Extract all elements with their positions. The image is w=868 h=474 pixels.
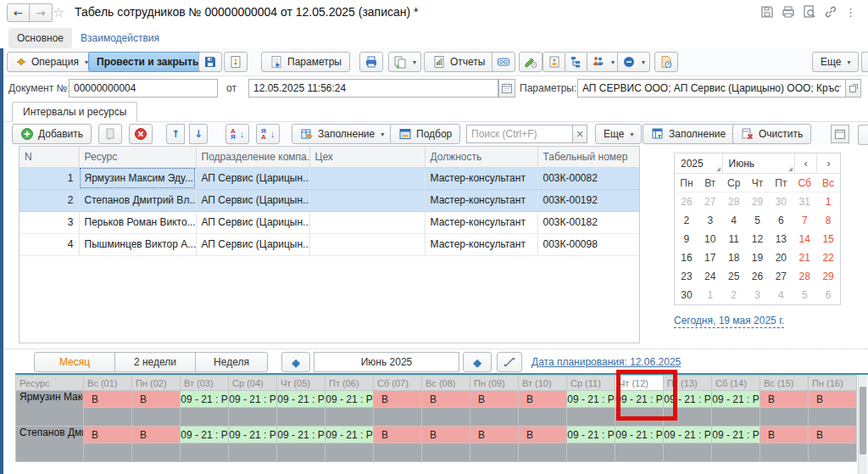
list-more-button[interactable]: Еще (595, 124, 642, 144)
calendar-day[interactable]: 7 (793, 211, 816, 230)
calendar-day[interactable]: 2 (675, 211, 698, 230)
calendar-day[interactable]: 6 (769, 211, 793, 230)
schedule-cell[interactable]: В (374, 391, 422, 408)
schedule-cell[interactable]: В (132, 391, 181, 408)
schedule-cell[interactable]: В (84, 391, 132, 408)
copy-button[interactable] (388, 52, 421, 72)
employee-cell[interactable]: 003К-00182 (537, 211, 640, 233)
preview-window-icon[interactable] (803, 5, 816, 19)
tab-intervals-resources[interactable]: Интервалы и ресурсы (12, 102, 137, 122)
add-row-button[interactable]: Добавить (12, 124, 92, 144)
calendar-day[interactable]: 23 (675, 267, 698, 286)
employee-row[interactable]: 4Пышминцев Виктор А...АП Сервис (Царицын… (19, 233, 640, 255)
schedule-cell[interactable]: 09 - 21 : Р (277, 427, 326, 443)
schedule-subcell[interactable] (664, 443, 712, 462)
schedule-day-header[interactable]: Вс (15) (760, 376, 809, 391)
schedule-clear-button[interactable]: Очистить (732, 124, 811, 144)
schedule-day-header[interactable]: Вт (03) (181, 376, 229, 391)
window-menu-icon[interactable] (845, 6, 856, 19)
calendar-day[interactable]: 14 (793, 230, 816, 248)
calendar-day[interactable]: 30 (675, 286, 698, 304)
schedule-subcell[interactable] (422, 408, 470, 427)
schedule-subcell[interactable] (374, 408, 422, 427)
schedule-subcell[interactable] (809, 408, 857, 427)
planning-date-link[interactable]: Дата планирования: 12.06.2025 (531, 356, 681, 368)
calendar-day[interactable]: 2 (722, 286, 746, 304)
calendar-day[interactable]: 17 (698, 248, 722, 267)
employee-cell[interactable]: 003К-00098 (537, 233, 640, 255)
post-and-close-button[interactable]: Провести и закрыть (88, 52, 207, 72)
schedule-resource-name[interactable]: Степанов Дмитрий Владимирович (16, 427, 84, 462)
schedule-cell[interactable]: 09 - 21 : Р (615, 427, 664, 443)
move-down-button[interactable] (189, 124, 208, 144)
edit-schedule-button[interactable] (519, 52, 542, 72)
schedule-resource-name[interactable]: Ярмузин Максим Эдуардович (16, 391, 84, 427)
schedule-cell[interactable]: 09 - 21 : Р (567, 427, 615, 443)
toolbar-overflow-button[interactable] (861, 52, 868, 72)
calendar-day[interactable]: 6 (816, 286, 840, 304)
search-clear-button[interactable] (572, 125, 587, 143)
register-records-button[interactable] (492, 52, 515, 72)
calendar-day[interactable]: 18 (722, 248, 746, 267)
pick-button[interactable]: Подбор (390, 124, 460, 144)
schedule-cell[interactable]: 09 - 21 : Р (229, 391, 277, 408)
calendar-day[interactable]: 16 (675, 248, 698, 267)
schedule-cell[interactable]: В (519, 391, 567, 408)
employee-cell[interactable]: 3 (19, 211, 79, 233)
schedule-subcell[interactable] (229, 408, 277, 427)
schedule-subcell[interactable] (374, 443, 422, 462)
schedule-cell[interactable]: 09 - 21 : Р (712, 427, 760, 443)
history-button[interactable] (654, 52, 678, 72)
schedule-cell[interactable]: В (374, 427, 422, 443)
schedule-subcell[interactable] (326, 443, 374, 462)
calendar-day[interactable]: 22 (816, 248, 840, 267)
employee-cell[interactable] (309, 211, 425, 233)
employee-cell[interactable]: Мастер-консультант (425, 167, 537, 189)
calendar-day[interactable]: 27 (698, 192, 722, 211)
schedule-cell[interactable]: 09 - 21 : Р (712, 391, 760, 408)
employee-cell[interactable]: 1 (19, 167, 79, 189)
card-button[interactable] (542, 52, 566, 72)
calendar-prev-button[interactable] (795, 153, 818, 173)
schedule-subcell[interactable] (567, 443, 615, 462)
schedule-cell[interactable]: В (84, 427, 132, 443)
tab-main[interactable]: Основное (8, 28, 72, 48)
schedule-cell[interactable]: 09 - 21 : Р (326, 391, 374, 408)
employee-cell[interactable]: АП Сервис (Царицын... (196, 167, 309, 189)
schedule-subcell[interactable] (422, 443, 470, 462)
list-calendar-button[interactable] (831, 125, 849, 143)
schedule-subcell[interactable] (132, 408, 181, 427)
schedule-day-header[interactable]: Ср (04) (229, 376, 277, 391)
view-two-weeks-button[interactable]: 2 недели (114, 352, 196, 372)
calendar-day[interactable]: 5 (746, 211, 770, 230)
calendar-day[interactable]: 24 (698, 267, 722, 286)
employee-cell[interactable]: 003К-00192 (537, 189, 640, 211)
doc-number-input[interactable] (69, 79, 218, 98)
schedule-subcell[interactable] (84, 443, 132, 462)
employee-cell[interactable]: АП Сервис (Царицын... (196, 189, 309, 211)
calendar-day[interactable]: 13 (769, 230, 793, 248)
schedule-subcell[interactable] (760, 408, 809, 427)
calendar-day[interactable]: 27 (769, 267, 793, 286)
schedule-subcell[interactable] (181, 408, 229, 427)
employee-cell[interactable]: 4 (19, 233, 79, 255)
schedule-subcell[interactable] (470, 443, 519, 462)
schedule-subcell[interactable] (229, 443, 277, 462)
list-overflow-button[interactable] (858, 125, 868, 145)
schedule-cell[interactable]: В (422, 391, 470, 408)
employee-cell[interactable] (309, 189, 425, 211)
schedule-day-header[interactable]: Чт (05) (277, 376, 326, 391)
schedule-subcell[interactable] (809, 443, 857, 462)
schedule-subcell[interactable] (712, 408, 760, 427)
schedule-cell[interactable]: В (809, 391, 857, 408)
schedule-subcell[interactable] (760, 443, 809, 462)
doc-datetime-calendar-button[interactable] (498, 79, 515, 98)
view-week-button[interactable]: Неделя (195, 352, 268, 372)
employee-cell[interactable]: Ярмузин Максим Эду... (79, 167, 196, 189)
employee-cell[interactable]: Мастер-консультант (425, 233, 537, 255)
calendar-day[interactable]: 25 (722, 267, 746, 286)
schedule-day-header[interactable]: Пн (02) (132, 376, 181, 391)
schedule-subcell[interactable] (277, 443, 326, 462)
fill-button[interactable]: Заполнение (292, 124, 392, 144)
schedule-day-header[interactable]: Сб (07) (374, 376, 422, 391)
